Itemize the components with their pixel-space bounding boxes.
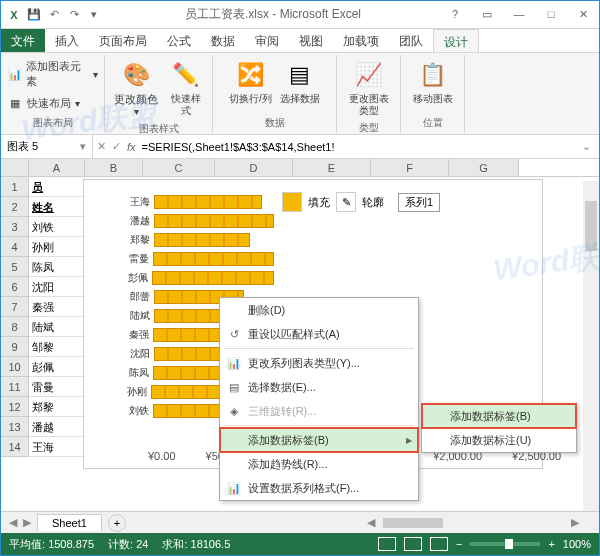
save-button[interactable]: 💾 [25, 6, 43, 24]
tab-view[interactable]: 视图 [289, 29, 333, 52]
cell[interactable]: 姓名 [29, 197, 85, 217]
zoom-in-button[interactable]: + [548, 538, 554, 550]
cell[interactable]: 郑黎 [29, 397, 85, 417]
expand-formula-icon[interactable]: ⌄ [578, 140, 595, 153]
cell[interactable]: 陆斌 [29, 317, 85, 337]
row-header-11[interactable]: 11 [1, 377, 29, 397]
cell[interactable]: 员 [29, 177, 85, 197]
cell[interactable]: 刘铁 [29, 217, 85, 237]
ctx-reset-style[interactable]: ↺重设以匹配样式(A) [220, 322, 418, 346]
cell[interactable]: 潘越 [29, 417, 85, 437]
ctx-select-data[interactable]: ▤选择数据(E)... [220, 375, 418, 399]
chart-bar[interactable] [154, 195, 262, 209]
col-header-G[interactable]: G [449, 159, 519, 176]
switch-rowcol-button[interactable]: 🔀切换行/列 [227, 57, 274, 107]
change-colors-button[interactable]: 🎨更改颜色 ▾ [111, 57, 162, 120]
fx-icon[interactable]: fx [127, 141, 136, 153]
maximize-button[interactable]: □ [539, 8, 563, 21]
row-header-6[interactable]: 6 [1, 277, 29, 297]
select-all-corner[interactable] [1, 159, 29, 176]
ribbon-collapse-button[interactable]: ▭ [475, 8, 499, 21]
chart-bar[interactable] [153, 252, 274, 266]
qat-dropdown-icon[interactable]: ▾ [85, 6, 103, 24]
col-header-F[interactable]: F [371, 159, 449, 176]
row-header-3[interactable]: 3 [1, 217, 29, 237]
zoom-out-button[interactable]: − [456, 538, 462, 550]
col-header-A[interactable]: A [29, 159, 85, 176]
col-header-B[interactable]: B [85, 159, 143, 176]
cell[interactable]: 王海 [29, 437, 85, 457]
add-sheet-button[interactable]: + [108, 514, 126, 532]
ctx-add-data-labels[interactable]: 添加数据标签(B) [220, 428, 418, 452]
outline-icon[interactable]: ✎ [336, 192, 356, 212]
ctx-change-chart-type[interactable]: 📊更改系列图表类型(Y)... [220, 351, 418, 375]
row-header-13[interactable]: 13 [1, 417, 29, 437]
tab-team[interactable]: 团队 [389, 29, 433, 52]
tab-file[interactable]: 文件 [1, 29, 45, 52]
quick-layout-button[interactable]: ▦快速布局 ▾ [7, 93, 80, 113]
series-selector[interactable]: 系列1 [398, 193, 440, 212]
page-layout-view-button[interactable] [404, 537, 422, 551]
fill-color-icon[interactable] [282, 192, 302, 212]
col-header-D[interactable]: D [215, 159, 293, 176]
row-header-14[interactable]: 14 [1, 437, 29, 457]
row-header-10[interactable]: 10 [1, 357, 29, 377]
cell[interactable]: 秦强 [29, 297, 85, 317]
sheet-nav-next-icon[interactable]: ▶ [23, 516, 31, 529]
tab-data[interactable]: 数据 [201, 29, 245, 52]
chart-bar[interactable] [152, 271, 274, 285]
col-header-C[interactable]: C [143, 159, 215, 176]
cell[interactable]: 沈阳 [29, 277, 85, 297]
row-header-1[interactable]: 1 [1, 177, 29, 197]
zoom-level[interactable]: 100% [563, 538, 591, 550]
sheet-nav-prev-icon[interactable]: ◀ [9, 516, 17, 529]
tab-addin[interactable]: 加载项 [333, 29, 389, 52]
ctx-format-series[interactable]: 📊设置数据系列格式(F)... [220, 476, 418, 500]
formula-input[interactable] [142, 141, 572, 153]
confirm-icon[interactable]: ✓ [112, 140, 121, 153]
tab-design[interactable]: 设计 [433, 29, 479, 52]
tab-insert[interactable]: 插入 [45, 29, 89, 52]
add-chart-element-button[interactable]: 📊添加图表元素 ▾ [7, 57, 98, 91]
chart-bar[interactable] [154, 214, 274, 228]
outline-label[interactable]: 轮廓 [362, 195, 384, 210]
sub-add-data-labels[interactable]: 添加数据标签(B) [422, 404, 576, 428]
normal-view-button[interactable] [378, 537, 396, 551]
row-header-2[interactable]: 2 [1, 197, 29, 217]
horizontal-scrollbar[interactable]: ◀▶ [363, 516, 583, 530]
move-chart-button[interactable]: 📋移动图表 [411, 57, 455, 107]
zoom-slider[interactable] [470, 542, 540, 546]
redo-button[interactable]: ↷ [65, 6, 83, 24]
change-chart-type-button[interactable]: 📈更改图表类型 [343, 57, 394, 119]
tab-formula[interactable]: 公式 [157, 29, 201, 52]
chart-bar[interactable] [154, 233, 250, 247]
row-header-8[interactable]: 8 [1, 317, 29, 337]
cell[interactable]: 雷曼 [29, 377, 85, 397]
fill-label[interactable]: 填充 [308, 195, 330, 210]
row-header-9[interactable]: 9 [1, 337, 29, 357]
tab-layout[interactable]: 页面布局 [89, 29, 157, 52]
col-header-E[interactable]: E [293, 159, 371, 176]
close-button[interactable]: ✕ [571, 8, 595, 21]
row-header-5[interactable]: 5 [1, 257, 29, 277]
row-header-7[interactable]: 7 [1, 297, 29, 317]
page-break-view-button[interactable] [430, 537, 448, 551]
sub-add-data-callout[interactable]: 添加数据标注(U) [422, 428, 576, 452]
row-header-12[interactable]: 12 [1, 397, 29, 417]
vertical-scrollbar[interactable] [583, 181, 599, 511]
ctx-delete[interactable]: 删除(D) [220, 298, 418, 322]
cell[interactable]: 孙刚 [29, 237, 85, 257]
name-box[interactable]: 图表 5▾ [1, 135, 93, 158]
sheet-tab-sheet1[interactable]: Sheet1 [37, 514, 102, 531]
row-header-4[interactable]: 4 [1, 237, 29, 257]
minimize-button[interactable]: — [507, 8, 531, 21]
help-button[interactable]: ? [443, 8, 467, 21]
undo-button[interactable]: ↶ [45, 6, 63, 24]
tab-review[interactable]: 审阅 [245, 29, 289, 52]
cell[interactable]: 彭佩 [29, 357, 85, 377]
select-data-button[interactable]: ▤选择数据 [278, 57, 322, 107]
quick-styles-button[interactable]: ✏️快速样式 [166, 57, 206, 119]
cell[interactable]: 陈凤 [29, 257, 85, 277]
cancel-icon[interactable]: ✕ [97, 140, 106, 153]
cell[interactable]: 邹黎 [29, 337, 85, 357]
